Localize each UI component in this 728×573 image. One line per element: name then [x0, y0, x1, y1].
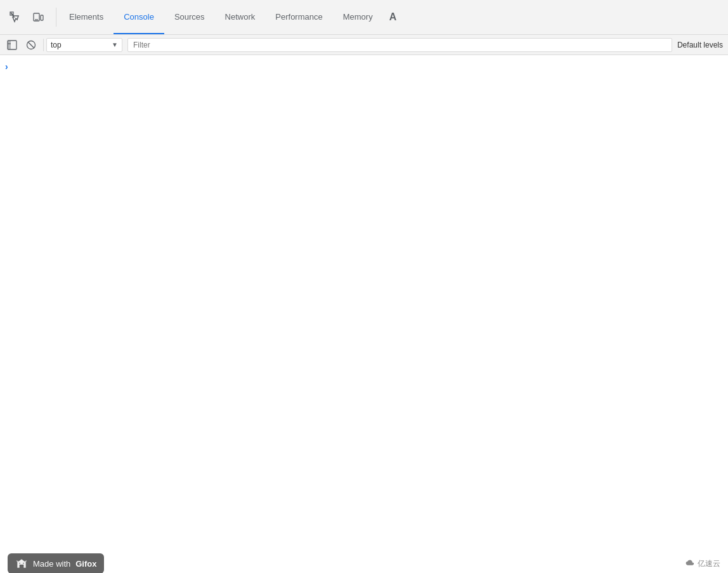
context-selector-arrow-icon: ▼	[112, 41, 118, 48]
gifox-badge: Made with Gifox	[8, 553, 104, 573]
toolbar-divider	[56, 8, 56, 27]
inspect-element-icon	[10, 11, 21, 23]
clear-console-button[interactable]	[23, 37, 39, 53]
sidebar-toggle-icon	[7, 40, 17, 50]
device-toolbar-icon	[32, 11, 44, 23]
sidebar-toggle-button[interactable]	[4, 37, 20, 53]
tab-elements[interactable]: Elements	[59, 0, 114, 34]
console-content: ›	[0, 55, 728, 554]
bottom-bar: Made with Gifox 亿速云	[0, 554, 728, 573]
clear-console-icon	[26, 40, 36, 50]
toolbar-icons	[5, 7, 48, 27]
tab-more[interactable]: A	[383, 0, 403, 34]
context-selector[interactable]: top ▼	[46, 38, 122, 52]
tab-network[interactable]: Network	[215, 0, 266, 34]
tab-console[interactable]: Console	[114, 0, 164, 34]
svg-rect-2	[41, 15, 43, 20]
device-toolbar-button[interactable]	[28, 7, 48, 27]
svg-point-13	[23, 563, 24, 564]
tab-performance[interactable]: Performance	[265, 0, 332, 34]
inspect-element-button[interactable]	[5, 7, 25, 27]
svg-point-12	[19, 563, 20, 564]
svg-line-8	[28, 42, 34, 48]
filter-input[interactable]	[133, 41, 666, 49]
tab-memory[interactable]: Memory	[333, 0, 383, 34]
gifox-text-made: Made with	[33, 559, 70, 569]
gifox-icon	[15, 557, 28, 570]
context-selector-value: top	[51, 41, 109, 49]
filter-input-wrapper	[127, 38, 672, 52]
svg-rect-5	[8, 41, 11, 49]
console-prompt-arrow[interactable]: ›	[5, 61, 8, 72]
tab-sources[interactable]: Sources	[164, 0, 215, 34]
devtools-toolbar: Elements Console Sources Network Perform…	[0, 0, 728, 35]
console-toolbar-divider	[43, 39, 44, 51]
tab-list: Elements Console Sources Network Perform…	[59, 0, 403, 34]
svg-marker-9	[17, 559, 25, 567]
gifox-text-brand: Gifox	[75, 559, 96, 569]
yisu-cloud-badge: 亿速云	[684, 558, 720, 569]
yisu-cloud-label: 亿速云	[698, 558, 720, 569]
console-toolbar: top ▼ Default levels	[0, 35, 728, 55]
yisu-cloud-icon	[684, 558, 695, 569]
default-levels-button[interactable]: Default levels	[677, 41, 723, 49]
